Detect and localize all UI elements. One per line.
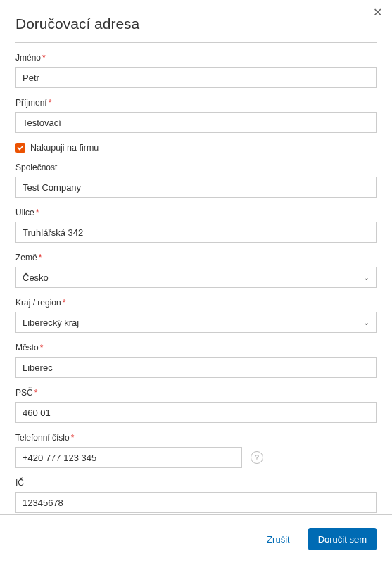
field-ic: IČ bbox=[15, 478, 377, 513]
required-mark: * bbox=[40, 343, 44, 353]
ic-input[interactable] bbox=[15, 492, 377, 513]
required-mark: * bbox=[36, 208, 39, 217]
modal-footer: Zrušit Doručit sem bbox=[0, 514, 392, 563]
label-firstname: Jméno* bbox=[15, 53, 377, 63]
label-street: Ulice* bbox=[15, 208, 377, 217]
required-mark: * bbox=[49, 98, 52, 108]
field-lastname: Příjmení* bbox=[15, 98, 377, 133]
field-phone: Telefonní číslo* ? bbox=[15, 433, 377, 468]
firstname-input[interactable] bbox=[15, 67, 377, 88]
label-city: Město* bbox=[15, 343, 377, 353]
label-company: Společnost bbox=[15, 163, 377, 172]
required-mark: * bbox=[71, 433, 75, 443]
company-input[interactable] bbox=[15, 177, 377, 198]
check-icon bbox=[17, 144, 24, 151]
required-mark: * bbox=[39, 253, 42, 262]
field-street: Ulice* bbox=[15, 208, 377, 243]
buy-for-company-checkbox[interactable] bbox=[15, 143, 25, 153]
cancel-button[interactable]: Zrušit bbox=[263, 533, 294, 545]
city-input[interactable] bbox=[15, 357, 377, 378]
phone-input[interactable] bbox=[15, 447, 242, 468]
label-region: Kraj / region* bbox=[15, 298, 377, 308]
field-postcode: PSČ* bbox=[15, 388, 377, 423]
label-postcode: PSČ* bbox=[15, 388, 377, 398]
close-icon[interactable]: ✕ bbox=[373, 7, 382, 18]
field-city: Město* bbox=[15, 343, 377, 378]
field-buy-for-company: Nakupuji na firmu bbox=[15, 143, 377, 153]
street-input[interactable] bbox=[15, 222, 377, 243]
country-select[interactable]: Česko bbox=[15, 267, 377, 288]
label-ic: IČ bbox=[15, 478, 377, 488]
label-country: Země* bbox=[15, 253, 377, 262]
lastname-input[interactable] bbox=[15, 112, 377, 133]
shipping-address-modal: Doručovací adresa Jméno* Příjmení* Nakup… bbox=[0, 0, 392, 563]
help-icon[interactable]: ? bbox=[251, 451, 263, 464]
field-firstname: Jméno* bbox=[15, 53, 377, 88]
submit-button[interactable]: Doručit sem bbox=[308, 528, 377, 550]
required-mark: * bbox=[42, 53, 46, 63]
label-lastname: Příjmení* bbox=[15, 98, 377, 108]
required-mark: * bbox=[63, 298, 66, 308]
label-phone: Telefonní číslo* bbox=[15, 433, 377, 443]
region-select[interactable]: Liberecký kraj bbox=[15, 312, 377, 333]
field-region: Kraj / region* Liberecký kraj ⌄ bbox=[15, 298, 377, 333]
postcode-input[interactable] bbox=[15, 402, 377, 423]
field-company: Společnost bbox=[15, 163, 377, 198]
buy-for-company-label: Nakupuji na firmu bbox=[30, 143, 99, 153]
modal-title: Doručovací adresa bbox=[15, 15, 377, 43]
required-mark: * bbox=[34, 388, 38, 398]
field-country: Země* Česko ⌄ bbox=[15, 253, 377, 288]
